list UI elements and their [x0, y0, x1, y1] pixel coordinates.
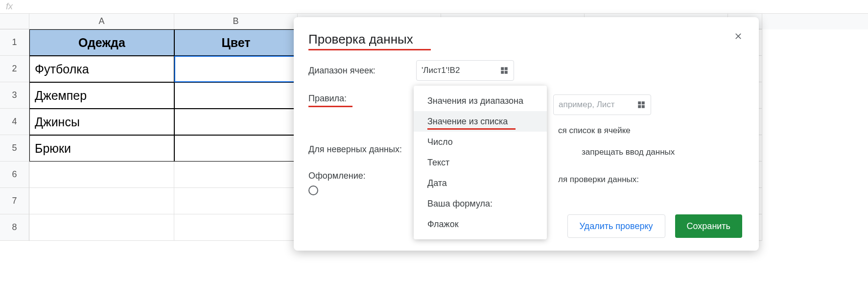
rules-label: Правила: [308, 93, 416, 104]
col-header-B[interactable]: B [174, 14, 298, 29]
title-underline [308, 49, 431, 50]
cell-A6[interactable] [29, 162, 174, 188]
fx-label: fx [6, 1, 13, 12]
cell-A2[interactable]: Футболка [29, 56, 174, 82]
cell-B3[interactable] [174, 82, 298, 109]
data-validation-dialog: Проверка данных Диапазон ячеек: 'Лист1'!… [294, 17, 759, 251]
cell-B4[interactable] [174, 109, 298, 135]
cell-B7[interactable] [174, 188, 298, 214]
close-button[interactable] [731, 31, 745, 45]
dropdown-item-checkbox[interactable]: Флажок [414, 214, 547, 234]
cell-A8[interactable] [29, 214, 174, 241]
forbid-label: запрещать ввод данных [582, 147, 675, 157]
dropdown-item-number[interactable]: Число [414, 132, 547, 152]
row-header-1[interactable]: 1 [0, 29, 29, 56]
cell-B1[interactable]: Цвет [174, 29, 298, 56]
select-all-corner[interactable] [0, 14, 29, 29]
range-value: 'Лист1'!B2 [422, 66, 460, 75]
invalid-label: Для неверных данных: [308, 144, 402, 155]
grid-picker-icon[interactable] [500, 66, 509, 75]
cell-A7[interactable] [29, 188, 174, 214]
row-header-7[interactable]: 7 [0, 188, 29, 214]
formula-bar[interactable]: fx [0, 0, 868, 14]
dialog-buttons: Удалить проверку Сохранить [567, 214, 742, 238]
range-input[interactable]: 'Лист1'!B2 [416, 60, 514, 81]
range-label: Диапазон ячеек: [308, 66, 416, 76]
forbid-radio[interactable] [308, 186, 318, 195]
close-icon [733, 31, 743, 44]
cell-A3[interactable]: Джемпер [29, 82, 174, 109]
dropdown-item-formula[interactable]: Ваша формула: [414, 193, 547, 214]
dropdown-item-underline [427, 128, 516, 130]
remove-validation-button[interactable]: Удалить проверку [567, 214, 665, 238]
row-header-3[interactable]: 3 [0, 82, 29, 109]
cell-A1[interactable]: Одежда [29, 29, 174, 56]
rules-underline [308, 106, 352, 107]
dropdown-item-date[interactable]: Дата [414, 173, 547, 193]
dropdown-item-list[interactable]: Значение из списка [414, 111, 547, 132]
rules-dropdown: Значения из диапазона Значение из списка… [414, 86, 547, 239]
rule-value-input[interactable]: апример, Лист [553, 94, 651, 115]
cell-B2[interactable] [174, 56, 298, 82]
save-button[interactable]: Сохранить [675, 214, 742, 238]
cell-A4[interactable]: Джинсы [29, 109, 174, 135]
rule-value-placeholder: апример, Лист [559, 100, 615, 110]
row-header-6[interactable]: 6 [0, 162, 29, 188]
help-partial-text: ля проверки данных: [558, 175, 639, 185]
grid-picker-icon[interactable] [637, 100, 646, 109]
show-list-partial-text: ся список в ячейке [558, 126, 631, 136]
cell-B8[interactable] [174, 214, 298, 241]
appearance-label: Оформление: [308, 171, 416, 181]
dialog-title: Проверка данных [308, 32, 739, 47]
dropdown-item-list-label: Значение из списка [427, 116, 508, 127]
row-header-2[interactable]: 2 [0, 56, 29, 82]
dropdown-item-range[interactable]: Значения из диапазона [414, 91, 547, 111]
dropdown-item-text[interactable]: Текст [414, 152, 547, 173]
range-row: Диапазон ячеек: 'Лист1'!B2 [308, 60, 739, 81]
cell-B6[interactable] [174, 162, 298, 188]
row-header-5[interactable]: 5 [0, 135, 29, 162]
col-header-A[interactable]: A [29, 14, 174, 29]
cell-A5[interactable]: Брюки [29, 135, 174, 162]
cell-B5[interactable] [174, 135, 298, 162]
row-header-4[interactable]: 4 [0, 109, 29, 135]
row-header-8[interactable]: 8 [0, 214, 29, 241]
